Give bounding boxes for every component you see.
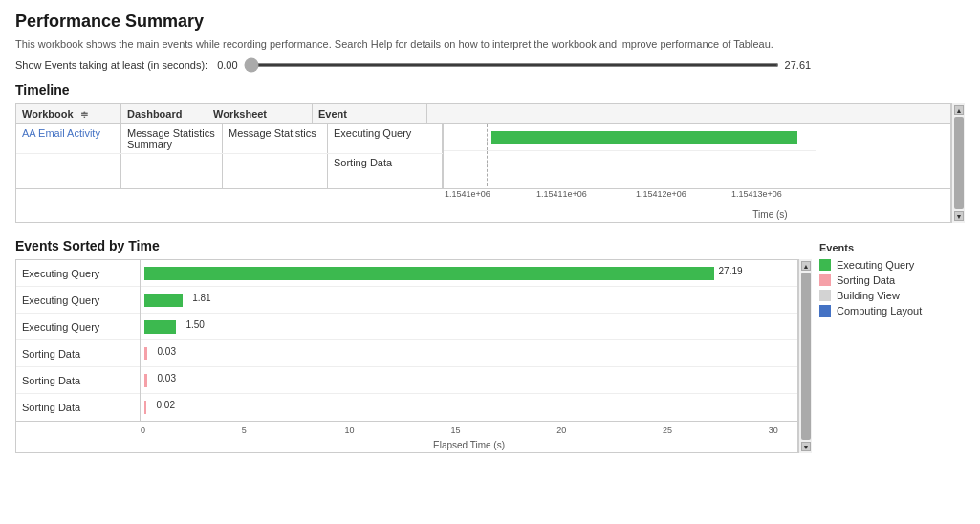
bc-bar-val-4: 0.03 — [158, 373, 176, 383]
bc-label-4: Sorting Data — [16, 367, 140, 394]
bc-bars-area: 27.19 1.81 — [141, 260, 797, 421]
bar-chart: Executing Query Executing Query Executin… — [15, 259, 798, 453]
events-scrollbar[interactable]: ▲ ▼ — [798, 259, 812, 453]
timeline-left-cols: AA Email Activity Message Statistics Sum… — [16, 124, 443, 188]
col-dashboard: Dashboard — [121, 104, 207, 123]
legend-label-2: Building View — [837, 290, 900, 301]
sort-icon[interactable]: ≑ — [76, 109, 92, 120]
bc-bar-3: 0.03 — [144, 347, 147, 360]
legend-label-3: Computing Layout — [837, 305, 922, 317]
legend-title: Events — [819, 242, 957, 253]
x-tick-bar-5: 25 — [663, 426, 672, 435]
bc-label-1: Executing Query — [16, 287, 140, 314]
gantt-row-1 — [444, 124, 816, 151]
filter-row: Show Events taking at least (in seconds)… — [15, 59, 965, 71]
events-chart-section: Events Sorted by Time Executing Query Ex… — [15, 238, 812, 453]
bc-bar-1: 1.81 — [144, 294, 183, 307]
slider-container: 0.00 27.61 — [217, 59, 811, 71]
timeline-body: AA Email Activity Message Statistics Sum… — [16, 124, 950, 188]
x-tick-bar-3: 15 — [450, 426, 460, 435]
col-chart — [427, 104, 950, 123]
x-tick-1: 1.1541e+06 — [445, 189, 490, 199]
bc-label-2: Executing Query — [16, 314, 140, 340]
event-cell-2: Sorting Data — [328, 154, 443, 188]
timeline-title: Timeline — [15, 82, 965, 98]
bc-bar-row-0: 27.19 — [141, 260, 797, 287]
bc-bar-val-2: 1.50 — [185, 319, 204, 330]
workbook-cell-2 — [16, 154, 121, 188]
bc-bar-row-5: 0.02 — [141, 394, 797, 421]
x-tick-bar-0: 0 — [141, 426, 145, 435]
scroll-up-btn-2[interactable]: ▲ — [801, 261, 811, 271]
worksheet-cell-2 — [223, 154, 328, 188]
legend-color-1 — [819, 274, 831, 286]
gantt-row-2 — [444, 151, 816, 186]
bar-chart-body: Executing Query Executing Query Executin… — [16, 260, 797, 421]
timeline-row-2: Sorting Data — [16, 154, 443, 188]
bc-bar-row-1: 1.81 — [141, 287, 797, 314]
gantt-bar-executing — [491, 131, 797, 144]
bc-bar-0: 27.19 — [144, 267, 714, 280]
x-tick-bar-4: 20 — [556, 426, 566, 435]
legend-label-0: Executing Query — [837, 259, 914, 271]
col-worksheet: Worksheet — [207, 104, 313, 123]
bc-labels: Executing Query Executing Query Executin… — [16, 260, 141, 421]
legend-item-1: Sorting Data — [819, 274, 957, 286]
filter-label: Show Events taking at least (in seconds)… — [15, 59, 207, 71]
legend-item-3: Computing Layout — [819, 305, 957, 317]
x-tick-4: 1.15413e+06 — [731, 189, 782, 199]
timeline-table: Workbook ≑ Dashboard Worksheet Event — [15, 103, 951, 223]
scroll-down-btn[interactable]: ▼ — [954, 211, 964, 221]
x-axis-timeline-title: Time (s) — [16, 209, 950, 220]
bc-bar-val-3: 0.03 — [158, 346, 176, 357]
bc-bar-row-2: 1.50 — [141, 314, 797, 340]
col-workbook: Workbook ≑ — [16, 104, 121, 123]
event-filter-slider[interactable] — [244, 63, 779, 67]
bottom-section: Events Sorted by Time Executing Query Ex… — [15, 238, 965, 453]
scroll-thumb[interactable] — [954, 117, 964, 209]
bc-bar-4: 0.03 — [144, 374, 147, 387]
bc-bar-row-4: 0.03 — [141, 367, 797, 394]
timeline-scrollbar[interactable]: ▲ ▼ — [951, 103, 965, 223]
slider-max-val: 27.61 — [785, 59, 812, 71]
bc-bar-val-0: 27.19 — [719, 266, 743, 276]
legend-color-0 — [819, 259, 831, 271]
x-tick-bar-2: 10 — [345, 426, 355, 435]
event-cell-1: Executing Query — [328, 124, 443, 153]
x-tick-bar-6: 30 — [769, 426, 778, 435]
bc-label-3: Sorting Data — [16, 340, 140, 367]
page-title: Performance Summary — [15, 11, 965, 32]
bc-bar-5: 0.02 — [144, 401, 146, 414]
legend-label-1: Sorting Data — [837, 274, 895, 286]
worksheet-cell-1: Message Statistics — [223, 124, 328, 153]
gantt-chart — [443, 124, 816, 188]
scroll-up-btn[interactable]: ▲ — [954, 105, 964, 115]
dashed-line-2 — [487, 151, 488, 186]
x-axis-bar: 0 5 10 15 20 25 30 — [16, 421, 797, 440]
legend-item-2: Building View — [819, 290, 957, 301]
bc-bar-2: 1.50 — [144, 320, 176, 334]
scroll-down-btn-2[interactable]: ▼ — [801, 442, 811, 451]
events-chart-outer: Executing Query Executing Query Executin… — [15, 259, 812, 453]
events-sorted-title: Events Sorted by Time — [15, 238, 812, 253]
slider-min-val: 0.00 — [217, 59, 237, 71]
bc-label-5: Sorting Data — [16, 394, 140, 421]
timeline-table-outer: Workbook ≑ Dashboard Worksheet Event — [15, 103, 965, 223]
timeline-section: Timeline Workbook ≑ Dashboard Worksheet … — [15, 82, 965, 223]
x-tick-2: 1.15411e+06 — [536, 189, 587, 199]
col-event: Event — [313, 104, 427, 123]
scroll-thumb-2[interactable] — [801, 273, 811, 440]
legend-color-3 — [819, 305, 831, 317]
x-tick-bar-1: 5 — [242, 426, 247, 435]
legend-color-2 — [819, 290, 831, 301]
workbook-cell-1: AA Email Activity — [16, 124, 121, 153]
bc-bar-val-1: 1.81 — [192, 293, 210, 303]
legend-item-0: Executing Query — [819, 259, 957, 271]
bc-bar-val-5: 0.02 — [157, 400, 175, 410]
bc-bar-row-3: 0.03 — [141, 340, 797, 367]
dashed-line-1 — [487, 124, 488, 150]
description-text: This workbook shows the main events whil… — [15, 37, 965, 52]
timeline-header: Workbook ≑ Dashboard Worksheet Event — [16, 104, 950, 124]
dashboard-cell-2 — [121, 154, 223, 188]
x-axis-timeline: 1.1541e+06 1.15411e+06 1.15412e+06 1.154… — [16, 188, 950, 209]
